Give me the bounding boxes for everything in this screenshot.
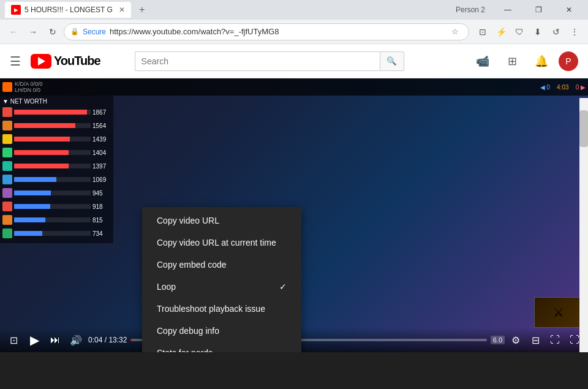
settings-button[interactable]: ⚙ — [507, 331, 524, 349]
secure-label: Secure — [83, 28, 106, 36]
toolbar-right: ⊡ ⚡ 🛡 ⬇ ↺ ⋮ — [474, 23, 583, 40]
copy-debug-item[interactable]: Copy debug info — [142, 320, 301, 342]
hamburger-menu-icon[interactable]: ☰ — [10, 54, 21, 69]
player-icon — [2, 188, 12, 198]
next-button[interactable]: ⏭ — [47, 331, 64, 349]
fullscreen-exit-button[interactable]: ⊡ — [5, 331, 22, 349]
player-value: 815 — [92, 217, 111, 224]
close-button[interactable]: ✕ — [555, 0, 583, 20]
player-value: 918 — [92, 203, 111, 210]
volume-button[interactable]: 🔊 — [67, 331, 85, 349]
loop-item[interactable]: Loop ✓ — [142, 276, 301, 298]
copy-debug-label: Copy debug info — [157, 326, 219, 336]
player-icon — [2, 215, 12, 225]
player-bar — [14, 217, 45, 222]
back-button[interactable]: ← — [5, 23, 22, 40]
window-chrome: ▶ 5 HOURS!!! - LONGEST G ✕ + Person 2 — … — [0, 0, 588, 20]
player-row: 1564 — [2, 119, 111, 132]
apps-button[interactable]: ⊞ — [500, 49, 524, 74]
copy-video-url-time-item[interactable]: Copy video URL at current time — [142, 232, 301, 254]
time-display: 0:04 / 13:32 — [88, 336, 127, 344]
scrollbar[interactable] — [579, 98, 588, 352]
play-button[interactable]: ▶ — [26, 331, 43, 349]
context-menu: Copy video URL Copy video URL at current… — [142, 207, 301, 352]
player-icon — [2, 121, 12, 130]
tab-title: 5 HOURS!!! - LONGEST G — [24, 6, 113, 14]
download-button[interactable]: ⬇ — [529, 23, 546, 40]
copy-video-url-label: Copy video URL — [157, 216, 219, 225]
theater-button[interactable]: ⛶ — [546, 331, 564, 349]
copy-embed-code-item[interactable]: Copy embed code — [142, 254, 301, 276]
search-button[interactable]: 🔍 — [380, 51, 404, 71]
url-bar[interactable]: 🔒 Secure https://www.youtube.com/watch?v… — [64, 23, 469, 40]
troubleshoot-item[interactable]: Troubleshoot playback issue — [142, 298, 301, 320]
reload-button[interactable]: ↺ — [548, 23, 565, 40]
miniplayer-button[interactable]: ⊟ — [527, 331, 544, 349]
cast-button[interactable]: ⊡ — [474, 23, 491, 40]
play-icon — [38, 57, 45, 66]
browser-tab[interactable]: ▶ 5 HOURS!!! - LONGEST G ✕ — [5, 2, 131, 18]
player-bar-container — [14, 150, 91, 155]
youtube-logo[interactable]: YouTube — [31, 54, 100, 69]
scrollbar-thumb[interactable] — [579, 110, 588, 147]
forward-button[interactable]: → — [24, 23, 42, 40]
player-row: 1439 — [2, 133, 111, 145]
player-bar-container — [14, 137, 91, 142]
shield-icon[interactable]: 🛡 — [511, 23, 528, 40]
player-bar-container — [14, 110, 91, 115]
player-bar — [14, 191, 51, 195]
address-bar: ← → ↻ 🔒 Secure https://www.youtube.com/w… — [0, 20, 588, 44]
player-icon — [2, 161, 12, 171]
player-row: 815 — [2, 214, 111, 226]
player-bar — [14, 123, 75, 128]
game-overlay: K/D/A 0/0/0LH/DN 0/0 ◀ 0 4:03 0 ▶ ▼ NET … — [0, 78, 588, 352]
player-bar — [14, 231, 42, 236]
search-input[interactable] — [135, 51, 380, 71]
copy-video-url-time-label: Copy video URL at current time — [157, 238, 276, 247]
total-time: 13:32 — [108, 336, 127, 344]
player-value: 945 — [92, 190, 111, 197]
player-bar-container — [14, 204, 91, 209]
player-bar — [14, 137, 70, 142]
player-value: 1404 — [92, 149, 111, 156]
player-bar-container — [14, 177, 91, 182]
player-icon — [2, 228, 12, 238]
notifications-button[interactable]: 🔔 — [529, 49, 554, 74]
player-bar-container — [14, 217, 91, 222]
player-bar — [14, 110, 87, 115]
bookmark-button[interactable]: ☆ — [448, 25, 462, 39]
menu-button[interactable]: ⋮ — [566, 23, 583, 40]
player-icon — [2, 107, 12, 117]
minimize-button[interactable]: — — [494, 0, 522, 20]
progress-bar-fill — [130, 339, 132, 341]
player-bar-container — [14, 191, 91, 195]
loop-label: Loop — [157, 282, 176, 292]
youtube-logo-icon — [31, 54, 51, 69]
refresh-button[interactable]: ↻ — [44, 23, 61, 40]
new-tab-button[interactable]: + — [135, 2, 149, 17]
url-text: https://www.youtube.com/watch?v=_-fjfUTy… — [110, 27, 279, 36]
maximize-button[interactable]: ❐ — [524, 0, 552, 20]
player-row: 1404 — [2, 146, 111, 159]
tab-favicon: ▶ — [11, 5, 21, 15]
secure-icon: 🔒 — [70, 28, 79, 36]
player-bar — [14, 164, 69, 168]
player-row: 1069 — [2, 173, 111, 186]
youtube-logo-text: YouTube — [54, 54, 100, 68]
tab-bar: ▶ 5 HOURS!!! - LONGEST G ✕ + — [5, 2, 149, 18]
player-row: 918 — [2, 200, 111, 213]
copy-video-url-item[interactable]: Copy video URL — [142, 210, 301, 232]
tab-close-button[interactable]: ✕ — [119, 6, 125, 14]
user-avatar[interactable]: P — [559, 51, 578, 71]
quality-badge: 6.0 — [491, 336, 505, 344]
user-label: Person 2 — [456, 6, 485, 14]
current-time: 0:04 — [88, 336, 102, 344]
player-icon — [2, 148, 12, 157]
header-actions: 📹 ⊞ 🔔 P — [470, 49, 578, 74]
window-controls: — ❐ ✕ — [494, 0, 583, 20]
upload-button[interactable]: 📹 — [470, 49, 495, 74]
loop-checkmark: ✓ — [279, 282, 287, 292]
stats-nerds-item[interactable]: Stats for nerds — [142, 342, 301, 352]
extensions-button[interactable]: ⚡ — [492, 23, 510, 40]
player-value: 1564 — [92, 123, 111, 129]
